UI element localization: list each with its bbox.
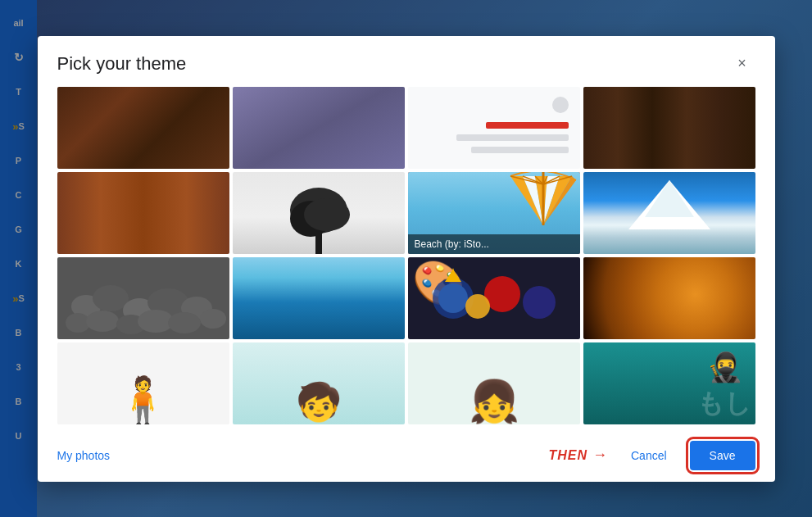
dialog-body: Beach (by: iSto... [38,87,775,431]
theme-teal-ninja[interactable]: もし 🥷 [583,342,755,424]
svg-point-30 [523,286,556,319]
save-button[interactable]: Save [690,441,755,470]
footer-actions: THEN → Cancel Save [548,441,755,470]
my-photos-button[interactable]: My photos [57,449,111,462]
dialog-footer: My photos THEN → Cancel Save [38,431,775,482]
theme-ocean[interactable] [233,257,405,339]
svg-point-31 [465,294,490,319]
svg-point-23 [168,312,201,333]
svg-marker-13 [645,180,694,217]
theme-tree-silhouette[interactable] [233,172,405,254]
theme-rocks[interactable] [57,257,229,339]
theme-wood-plank[interactable] [583,87,755,169]
svg-point-28 [438,283,468,313]
dialog-overlay: Pick your theme × [0,0,812,517]
theme-cartoon-girl[interactable]: 👧 [408,342,580,424]
then-label: THEN → [548,447,608,464]
cancel-button[interactable]: Cancel [618,442,680,469]
theme-dark-wood[interactable] [57,87,229,169]
theme-wood-light[interactable] [57,172,229,254]
dialog-title: Pick your theme [57,53,187,75]
theme-mountain[interactable] [583,172,755,254]
theme-light-blue[interactable]: 🧒 [233,342,405,424]
dialog-header: Pick your theme × [38,36,775,87]
close-button[interactable]: × [729,51,755,77]
theme-planet[interactable] [583,257,755,339]
beach-caption: Beach (by: iSto... [408,234,580,254]
theme-interface-mockup[interactable] [408,87,580,169]
svg-point-2 [304,198,350,231]
theme-slate[interactable] [233,87,405,169]
svg-point-15 [93,285,129,311]
svg-rect-3 [315,231,322,254]
theme-colorful-art[interactable]: 🎨 [408,257,580,339]
theme-beach[interactable]: Beach (by: iSto... [408,172,580,254]
theme-grid: Beach (by: iSto... [57,87,755,424]
svg-point-20 [86,311,119,332]
svg-point-24 [200,309,226,329]
theme-picker-dialog: Pick your theme × [38,36,775,482]
theme-character1[interactable]: 🧍 [57,342,229,424]
